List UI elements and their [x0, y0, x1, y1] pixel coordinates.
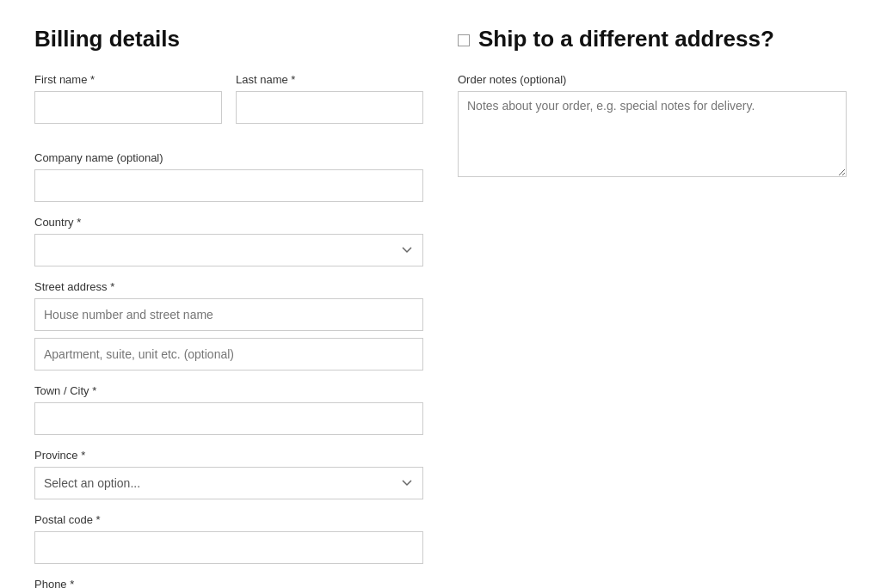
company-group: Company name (optional) [34, 151, 423, 202]
street-input-2[interactable] [34, 338, 423, 371]
first-name-input[interactable] [34, 91, 222, 124]
phone-group: Phone * [34, 578, 423, 588]
country-group: Country * [34, 216, 423, 266]
name-row: First name * Last name * [34, 73, 423, 138]
street-label: Street address * [34, 280, 423, 293]
order-notes-textarea[interactable] [458, 91, 847, 177]
billing-section: Billing details First name * Last name *… [34, 26, 423, 588]
page-layout: Billing details First name * Last name *… [34, 26, 847, 588]
street-input-1[interactable] [34, 298, 423, 331]
country-label: Country * [34, 216, 423, 229]
first-name-group: First name * [34, 73, 222, 124]
town-group: Town / City * [34, 384, 423, 435]
street-address-group: Street address * [34, 280, 423, 371]
province-group: Province * Select an option... [34, 449, 423, 499]
order-notes-label: Order notes (optional) [458, 73, 847, 86]
last-name-label: Last name * [236, 73, 423, 86]
first-name-label: First name * [34, 73, 222, 86]
province-select[interactable]: Select an option... [34, 467, 423, 499]
right-section: Ship to a different address? Order notes… [458, 26, 847, 588]
ship-checkbox[interactable] [458, 34, 470, 46]
country-select[interactable] [34, 234, 423, 266]
last-name-group: Last name * [236, 73, 423, 124]
order-notes-group: Order notes (optional) [458, 73, 847, 180]
town-input[interactable] [34, 402, 423, 435]
last-name-input[interactable] [236, 91, 423, 124]
postal-group: Postal code * [34, 513, 423, 564]
company-input[interactable] [34, 169, 423, 202]
billing-title: Billing details [34, 26, 423, 52]
postal-label: Postal code * [34, 513, 423, 526]
ship-title: Ship to a different address? [458, 26, 847, 52]
town-label: Town / City * [34, 384, 423, 397]
province-label: Province * [34, 449, 423, 462]
postal-input[interactable] [34, 531, 423, 564]
phone-label: Phone * [34, 578, 423, 588]
company-label: Company name (optional) [34, 151, 423, 164]
